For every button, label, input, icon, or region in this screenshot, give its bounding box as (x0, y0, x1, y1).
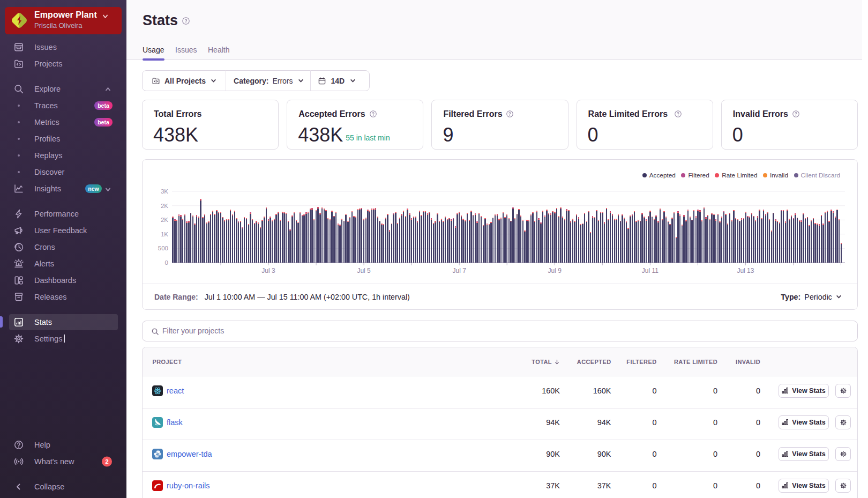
svg-text:Jul 3: Jul 3 (261, 267, 275, 274)
svg-text:2K: 2K (161, 217, 168, 223)
svg-text:1K: 1K (161, 231, 168, 237)
svg-text:500: 500 (158, 245, 168, 251)
svg-text:2K: 2K (161, 203, 168, 209)
svg-text:0: 0 (165, 259, 168, 266)
svg-text:Jul 11: Jul 11 (642, 267, 659, 274)
svg-text:Jul 9: Jul 9 (548, 267, 562, 274)
svg-text:Jul 13: Jul 13 (737, 267, 754, 274)
svg-text:Jul 5: Jul 5 (357, 267, 371, 274)
svg-text:3K: 3K (161, 188, 168, 195)
svg-text:Jul 7: Jul 7 (453, 267, 467, 274)
